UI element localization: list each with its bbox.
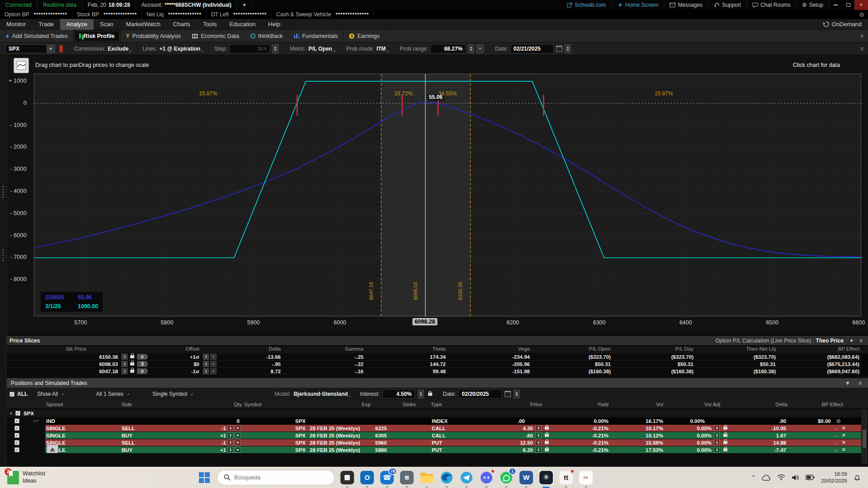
row-checkbox[interactable]: ✓ bbox=[14, 447, 19, 452]
taskbar-snipping-tool[interactable]: ✂ bbox=[578, 470, 594, 485]
filter-symbol-mode[interactable]: Single Symbol bbox=[148, 388, 220, 400]
lock-icon[interactable] bbox=[545, 448, 549, 451]
col-strike[interactable]: Strike bbox=[371, 400, 427, 408]
remove-trade-button[interactable]: ✕ bbox=[837, 447, 846, 453]
lock-icon[interactable] bbox=[428, 393, 432, 396]
trade-side[interactable]: SELL bbox=[120, 425, 194, 432]
setup-button[interactable]: ⚙ Setup bbox=[797, 0, 829, 10]
tab-risk-profile[interactable]: Risk Profile bbox=[74, 30, 121, 42]
start-button[interactable] bbox=[197, 470, 212, 485]
col-pl-open[interactable]: P/L Open bbox=[532, 346, 613, 353]
pos-date-input[interactable]: 02/20/2025 bbox=[458, 389, 502, 399]
slice-offset-stepper[interactable] bbox=[203, 354, 209, 360]
qty-dropdown[interactable] bbox=[235, 440, 241, 446]
col-vol-adj[interactable]: Vol Adj bbox=[665, 400, 732, 408]
slice-offset-dropdown[interactable] bbox=[210, 368, 217, 374]
tab-earnings[interactable]: $ Earnings bbox=[344, 30, 385, 42]
col-theo-net-liq[interactable]: Theo Net Liq bbox=[695, 346, 778, 353]
slice-offset[interactable]: $0 bbox=[167, 361, 201, 367]
slice-offset[interactable]: +1σ bbox=[167, 353, 201, 360]
menu-list-icon[interactable]: ≡ bbox=[860, 33, 868, 39]
slice-price-stepper[interactable] bbox=[122, 368, 127, 374]
menu-tab[interactable]: Trade bbox=[32, 19, 60, 30]
col-vol[interactable]: Vol bbox=[610, 400, 665, 408]
trade-option-type[interactable]: CALL bbox=[427, 432, 475, 439]
metric-setting[interactable]: Metric: P/L Open bbox=[284, 42, 340, 55]
qty-dropdown[interactable] bbox=[235, 447, 241, 453]
trade-price[interactable]: 12.50 bbox=[520, 440, 533, 446]
col-side[interactable]: Side bbox=[120, 400, 194, 408]
step-input[interactable]: N/A bbox=[229, 44, 270, 53]
slice-offset-dropdown[interactable] bbox=[210, 361, 217, 367]
trade-side[interactable]: BUY bbox=[120, 432, 194, 439]
speaker-icon[interactable] bbox=[792, 474, 799, 481]
scroll-to-top-button[interactable] bbox=[47, 445, 58, 453]
trade-price[interactable]: .60 bbox=[526, 433, 533, 438]
remove-trade-button[interactable]: ✕ bbox=[837, 432, 846, 438]
trade-spread[interactable]: SINGLE bbox=[45, 432, 120, 439]
trade-vol-adj[interactable]: 0.00% bbox=[697, 447, 712, 453]
tab-thinkback[interactable]: thinkBack bbox=[245, 30, 288, 42]
price-stepper[interactable] bbox=[535, 432, 541, 438]
close-button[interactable]: × bbox=[854, 0, 868, 10]
slice-price-stepper[interactable] bbox=[122, 361, 127, 367]
vol-adj-stepper[interactable] bbox=[714, 447, 720, 453]
menu-tab[interactable]: Analyze bbox=[60, 19, 94, 30]
schwab-link[interactable]: Schwab.com bbox=[561, 0, 612, 10]
trade-qty[interactable]: +1 bbox=[220, 447, 226, 453]
taskbar-word[interactable]: W bbox=[519, 470, 534, 485]
lock-icon[interactable] bbox=[723, 448, 727, 451]
wifi-icon[interactable] bbox=[777, 474, 785, 480]
col-exp[interactable]: Exp bbox=[307, 400, 371, 408]
qty-dropdown[interactable] bbox=[235, 432, 241, 438]
menu-tab[interactable]: Help bbox=[262, 19, 287, 30]
taskbar-telegram[interactable] bbox=[459, 470, 474, 485]
qty-stepper[interactable] bbox=[227, 425, 233, 431]
qty-stepper[interactable] bbox=[227, 432, 233, 438]
slice-price[interactable]: 6047.18 bbox=[7, 368, 120, 375]
trade-strike[interactable]: 5880 bbox=[371, 446, 427, 453]
add-simulated-trades-button[interactable]: + Add Simulated Trades bbox=[0, 30, 74, 42]
qty-dropdown[interactable] bbox=[235, 425, 241, 431]
row-checkbox[interactable]: ✓ bbox=[14, 433, 19, 438]
symbol-group-row[interactable]: ▾ ✓ SPX bbox=[0, 409, 868, 417]
row-checkbox[interactable]: ✓ bbox=[14, 418, 19, 423]
lock-icon[interactable] bbox=[545, 427, 549, 430]
taskbar-tastytrade[interactable]: tt bbox=[558, 470, 574, 485]
trade-strike[interactable]: 5960 bbox=[371, 439, 427, 446]
panel-grip-handle[interactable] bbox=[2, 186, 4, 198]
lock-icon[interactable] bbox=[130, 362, 134, 366]
col-delta[interactable]: Delta bbox=[240, 346, 283, 353]
chat-rooms-button[interactable]: Chat Rooms bbox=[747, 0, 797, 10]
prob-range-stepper[interactable] bbox=[468, 44, 474, 53]
col-yield[interactable]: Yield bbox=[554, 400, 610, 408]
trade-expiration[interactable]: 28 FEB 25 (Weeklys) bbox=[307, 439, 371, 446]
slice-mode-badge[interactable]: σ bbox=[137, 368, 148, 374]
slice-price-stepper[interactable] bbox=[122, 354, 127, 360]
symbol-input[interactable]: SPX ▼ bbox=[5, 44, 55, 53]
step-stepper[interactable] bbox=[272, 44, 278, 53]
trade-expiration[interactable]: 28 FEB 25 (Weeklys) bbox=[307, 425, 371, 432]
pl-calc-value[interactable]: Theo Price bbox=[816, 338, 844, 344]
price-stepper[interactable] bbox=[535, 425, 541, 431]
slice-offset-stepper[interactable] bbox=[203, 361, 209, 367]
gear-icon[interactable]: ⚙ bbox=[859, 11, 868, 18]
taskbar-search[interactable] bbox=[217, 470, 335, 485]
calendar-icon[interactable] bbox=[505, 391, 511, 397]
trade-expiration[interactable]: 28 FEB 25 (Weeklys) bbox=[307, 446, 371, 453]
taskbar-outlook[interactable]: O bbox=[359, 470, 375, 485]
trade-qty[interactable]: +1 bbox=[220, 433, 226, 438]
add-slice-button[interactable]: + bbox=[850, 338, 853, 344]
tab-probability-analysis[interactable]: Y Probability Analysis bbox=[121, 30, 187, 42]
onedrive-cloud-icon[interactable] bbox=[762, 474, 771, 481]
vol-adj-stepper[interactable] bbox=[714, 432, 720, 438]
col-qty[interactable]: Qty bbox=[194, 400, 242, 408]
support-button[interactable]: Support bbox=[708, 0, 747, 10]
lock-icon[interactable] bbox=[723, 427, 727, 430]
search-input[interactable] bbox=[234, 474, 316, 481]
interest-input[interactable]: 4.50% bbox=[382, 389, 415, 399]
slice-mode-badge[interactable]: $ bbox=[137, 361, 148, 367]
col-vega[interactable]: Vega bbox=[448, 346, 532, 353]
lines-setting[interactable]: Lines: +1 @ Expiration bbox=[137, 42, 209, 55]
plot-area[interactable]: 55.06 2/20/25 55.06 3/1/25 1000.00 15.87… bbox=[34, 74, 861, 316]
